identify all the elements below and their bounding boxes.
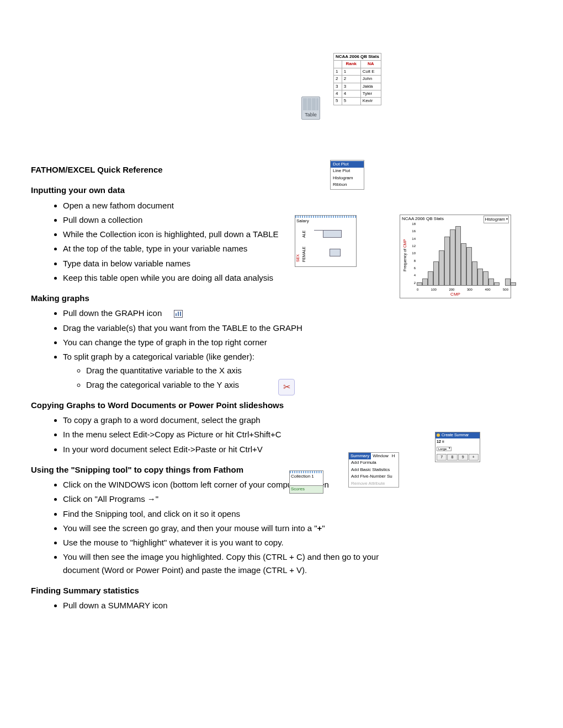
page-title: FATHOM/EXCEL Quick Reference xyxy=(31,163,532,176)
table-icon-label: Table xyxy=(302,111,320,119)
list-snip: Click on the WINDOWS icon (bottom left c… xyxy=(31,478,532,576)
heading-snip: Using the "Snipping tool" to copy things… xyxy=(31,463,532,476)
heading-copy: Copying Graphs to Word Documents or Powe… xyxy=(31,399,532,411)
ncaa-table-title: NCAA 2006 QB Stats xyxy=(334,53,381,61)
histogram-dropdown: Histogram▾ xyxy=(484,216,509,223)
histogram-bars xyxy=(417,226,516,286)
histogram-box: NCAA 2006 QB Stats Histogram▾ Frequency … xyxy=(400,215,511,298)
snipping-tool-icon: ✂ xyxy=(278,379,295,395)
heading-input: Inputting your own data xyxy=(31,184,532,196)
list-graphs: Pull down the GRAPH icon Drag the variab… xyxy=(31,307,532,391)
summary-menu: SummaryWindowH Add Formula Add Basic Sta… xyxy=(348,452,399,488)
ncaa-mini-table: NCAA 2006 QB Stats RankNA 11Colt E 22Joh… xyxy=(333,53,381,105)
table-icon: Table xyxy=(301,97,320,120)
heading-summary: Finding Summary statistics xyxy=(31,584,532,597)
split-graph-box: Salary SEX FEMALE ALE xyxy=(295,215,357,267)
graph-type-menu: Dot Plot Line Plot Histogram Ribbon xyxy=(330,160,364,190)
create-summary-box: Create Summar 12 = Large▾ 7 8 9 + xyxy=(435,432,480,462)
list-summary: Pull down a SUMMARY icon xyxy=(31,599,532,612)
graph-icon xyxy=(174,310,183,318)
collection-box: Collection 1 Scores xyxy=(289,470,323,494)
